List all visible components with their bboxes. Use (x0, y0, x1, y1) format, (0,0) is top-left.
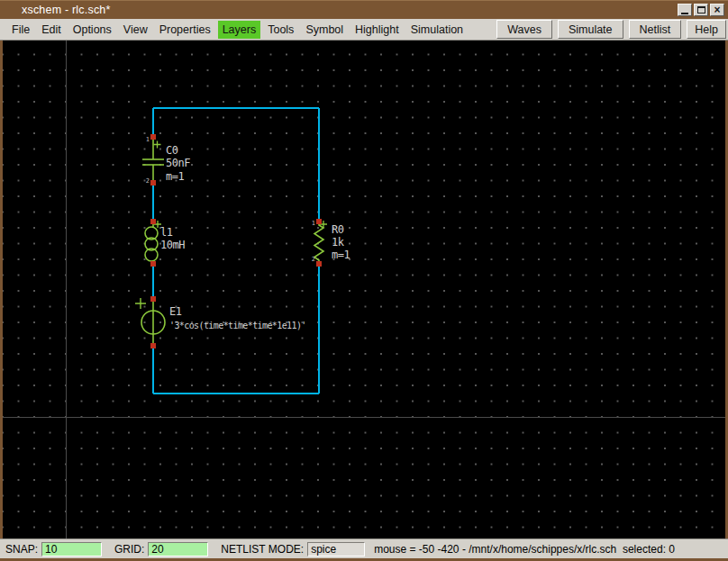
c0-pin1-number: 1 (146, 136, 150, 143)
e1-plus-mark (135, 298, 146, 309)
maximize-icon (697, 6, 705, 14)
menu-view[interactable]: View (119, 21, 152, 39)
maximize-button[interactable] (694, 4, 708, 16)
l1-pin-1 (150, 219, 156, 224)
l1-ref-label[interactable]: l1 (160, 227, 172, 239)
r0-pin1-number: 1 (312, 220, 315, 227)
source-e1-symbol[interactable] (135, 298, 165, 345)
netlist-button[interactable]: Netlist (629, 20, 682, 39)
window-controls: × (678, 4, 728, 16)
c0-pin2-number: 2 (146, 177, 150, 185)
statusbar: SNAP: GRID: NETLIST MODE: mouse = -50 -4… (0, 538, 728, 558)
l1-pin-2 (150, 261, 156, 267)
resistor-r0-symbol[interactable] (314, 221, 327, 264)
c0-pin-2 (150, 180, 156, 185)
r0-zigzag (314, 222, 323, 264)
e1-pin-1 (150, 296, 156, 302)
close-icon: × (714, 5, 720, 14)
e1-pin-2 (150, 343, 156, 348)
grid-label: GRID: (114, 543, 144, 556)
window-title: xschem - rlc.sch* (0, 4, 111, 16)
netlist-mode-label: NETLIST MODE: (221, 543, 304, 556)
titlebar[interactable]: xschem - rlc.sch* × (0, 0, 728, 19)
c0-param-label[interactable]: m=1 (166, 171, 184, 183)
menu-options[interactable]: Options (68, 21, 116, 39)
r0-ref-label[interactable]: R0 (332, 224, 343, 236)
r0-pin-1 (316, 219, 322, 224)
menubar-buttons: Waves Simulate Netlist Help (491, 20, 726, 39)
e1-value-label[interactable]: '3*cos(time*time*time*1e11)' (169, 320, 306, 331)
simulate-button[interactable]: Simulate (558, 20, 623, 39)
inductor-l1-symbol[interactable] (145, 221, 161, 264)
xschem-window: xschem - rlc.sch* × File Edit Options Vi… (0, 0, 728, 561)
menu-layers[interactable]: Layers (218, 21, 261, 39)
menu-properties[interactable]: Properties (155, 21, 215, 39)
help-button[interactable]: Help (687, 20, 726, 39)
mouse-status-text: mouse = -50 -420 - /mnt/x/home/schippes/… (374, 543, 675, 556)
minimize-icon (681, 13, 688, 14)
c0-plus-mark (154, 141, 161, 149)
minimize-button[interactable] (678, 4, 692, 16)
waves-button[interactable]: Waves (496, 20, 552, 39)
menu-highlight[interactable]: Highlight (350, 21, 404, 39)
c0-ref-label[interactable]: C0 (166, 145, 177, 157)
e1-ref-label[interactable]: E1 (169, 306, 181, 318)
c0-pin-1 (150, 134, 156, 140)
l1-value-label[interactable]: 10mH (160, 240, 185, 251)
menu-simulation[interactable]: Simulation (406, 21, 468, 39)
capacitor-c0-symbol[interactable] (142, 138, 164, 181)
menu-symbol[interactable]: Symbol (301, 21, 348, 39)
netlist-mode-input[interactable] (307, 542, 365, 556)
close-button[interactable]: × (710, 4, 724, 16)
r0-param-label[interactable]: m=1 (332, 249, 350, 261)
schematic-canvas[interactable]: 1 2 1 2 C0 50nF m=1 l1 10mH E1 '3*cos(ti… (3, 41, 725, 538)
grid-input[interactable] (148, 542, 208, 556)
snap-input[interactable] (41, 542, 102, 556)
menubar: File Edit Options View Properties Layers… (0, 19, 728, 41)
menu-file[interactable]: File (7, 21, 34, 39)
c0-value-label[interactable]: 50nF (166, 158, 190, 169)
r0-pin-2 (316, 261, 322, 267)
circuit-drawing: 1 2 1 2 (3, 41, 725, 538)
r0-pin2-number: 2 (312, 256, 315, 263)
snap-label: SNAP: (5, 543, 38, 556)
r0-value-label[interactable]: 1k (332, 237, 343, 249)
menu-edit[interactable]: Edit (37, 21, 66, 39)
menu-tools[interactable]: Tools (263, 21, 298, 39)
